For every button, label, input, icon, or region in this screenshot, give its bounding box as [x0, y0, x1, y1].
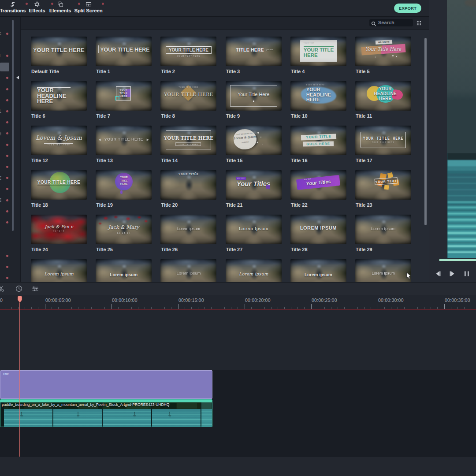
sidebar-category-item[interactable]	[0, 218, 20, 227]
ruler-time-label: 00:00:20:00	[245, 298, 271, 303]
playback-controls	[429, 266, 476, 282]
template-thumbnail-title-9[interactable]: Your Title Here	[226, 81, 282, 111]
tab-label: Transitions	[0, 8, 26, 13]
grid-scrollbar[interactable]	[424, 38, 427, 225]
template-thumbnail-default-title[interactable]: YOUR TITLE HERE	[31, 37, 87, 66]
template-thumbnail-title-11[interactable]: YOUR HEADLINE HERE	[355, 81, 411, 111]
timeline-ruler[interactable]: 0 00:00:05:0000:00:10:0000:00:15:0000:00…	[0, 295, 476, 310]
sidebar-category-item[interactable]: O	[0, 29, 20, 39]
template-thumbnail-title-17[interactable]: YOUR TITLE HEREYOUR TEXT HERE	[355, 126, 411, 155]
template-thumbnail-title-21[interactable]: your nameYour Titles	[226, 170, 282, 200]
sidebar-category-item[interactable]	[0, 273, 20, 282]
collapse-panel-arrow[interactable]	[16, 76, 19, 79]
sidebar-category-item[interactable]	[0, 240, 20, 250]
template-cell: Lorem IpsumTitle 27	[226, 215, 282, 244]
template-thumbnail-title-14[interactable]: YOUR TITLE HEREYOUR TEXT HERE	[160, 126, 216, 155]
template-thumbnail-title-15[interactable]: THE WEDDING OFLorem & Ipsum2018.07.07	[226, 126, 282, 155]
sidebar-category-item[interactable]	[0, 229, 20, 239]
preview-progress-bar[interactable]	[439, 259, 476, 261]
sidebar-category-item[interactable]	[0, 63, 20, 72]
ruler-time-label: 00:00:35:00	[445, 298, 470, 303]
template-thumbnail-title-22[interactable]: Your TextYour Titles	[290, 170, 346, 200]
template-thumbnail-title-18[interactable]: YOUR TITLE HERE	[31, 170, 87, 200]
playhead-handle[interactable]	[17, 296, 22, 303]
preview-video[interactable]	[447, 0, 476, 258]
sidebar-category-item[interactable]	[0, 185, 20, 194]
tab-split-screen[interactable]: Split Screen	[74, 0, 103, 17]
template-cell: Lorem IpsumTitle 29	[355, 215, 411, 244]
template-thumbnail-title-1[interactable]: YOUR TITLE HERE	[96, 37, 152, 66]
template-name-label: Title 21	[226, 202, 243, 208]
template-thumbnail-title-16[interactable]: YOUR TITLEGOES HERE	[290, 126, 346, 155]
new-badge-dot	[6, 77, 8, 79]
template-thumbnail-title-25[interactable]: Jack & Mary12.13.17	[96, 215, 152, 244]
play-button[interactable]	[448, 269, 457, 278]
playhead-line[interactable]	[19, 296, 20, 457]
template-thumbnail-title-8[interactable]: YOUR TEXT HEREYOUR TITLE HERE	[160, 81, 216, 111]
clock-icon[interactable]	[15, 285, 23, 293]
template-cell: YOUR TITLETitle 20	[160, 170, 216, 200]
thumbnail-vignette	[96, 37, 152, 66]
tab-elements[interactable]: Elements	[49, 0, 71, 17]
template-thumbnail-title-2[interactable]: YOUR TITLE HEREYOUR TEXT HERE	[160, 37, 216, 66]
export-button[interactable]: EXPORT	[394, 4, 421, 13]
new-badge-dot	[6, 199, 8, 201]
sidebar-category-item[interactable]: L	[0, 107, 20, 116]
sidebar-scrollbar[interactable]	[12, 20, 14, 231]
sidebar-category-item[interactable]: C	[0, 174, 20, 183]
sidebar-category-item[interactable]: I	[0, 51, 20, 61]
template-thumbnail-title-26[interactable]: Lorem ipsum	[160, 215, 216, 244]
template-thumbnail-title-13[interactable]: YOUR TITLE HERE◀▶	[96, 126, 152, 155]
template-thumbnail-title-30[interactable]: Lorem ipsum	[31, 259, 87, 282]
new-badge-dot	[26, 3, 28, 5]
template-thumbnail-title-7[interactable]: YOUR TITLE HERE	[96, 81, 152, 111]
new-badge-dot	[6, 121, 8, 123]
sidebar-category-item[interactable]	[0, 85, 20, 94]
template-thumbnail-title-5[interactable]: MR. STEVIEYour Title Here	[355, 37, 411, 66]
template-thumbnail-title-23[interactable]: YOUR TEXT	[355, 170, 411, 200]
template-thumbnail-title-10[interactable]: SOME TEXT HEREYOUR HEADLINE HERE	[290, 81, 346, 111]
template-name-label: Title 13	[96, 158, 113, 163]
title-clip[interactable]: Title	[0, 370, 212, 399]
sidebar-category-item[interactable]	[0, 262, 20, 272]
template-thumbnail-title-33[interactable]: Lorem ipsum	[226, 259, 282, 282]
new-badge-dot	[6, 255, 8, 257]
sidebar-category-item[interactable]	[0, 251, 20, 261]
template-thumbnail-title-32[interactable]: Lorem ipsum	[160, 259, 216, 282]
template-thumbnail-title-31[interactable]: Lorem ipsum	[96, 259, 152, 282]
tab-effects[interactable]: Effects	[28, 0, 46, 17]
template-thumbnail-title-35[interactable]: Lorem Ipsum	[355, 259, 411, 282]
template-cell: YOUR TITLE HEREYOUR TEXT HERETitle 14	[160, 126, 216, 155]
template-thumbnail-title-34[interactable]: Lorem ipsum	[290, 259, 346, 282]
sidebar-category-item[interactable]: S	[0, 196, 20, 205]
template-thumbnail-title-19[interactable]: YOUR TITLE HERE	[96, 170, 152, 200]
tab-transitions[interactable]: Transitions	[0, 0, 26, 17]
template-thumbnail-title-24[interactable]: Jack & Fan v12.13.17	[31, 215, 87, 244]
new-badge-dot	[6, 166, 8, 168]
template-cell: YOUR TITLE HEREYOUR TEXT HERETitle 17	[355, 126, 411, 155]
template-thumbnail-title-4[interactable]: YOUR TEXTYOUR TITLE HERE	[290, 37, 346, 66]
sidebar-category-item[interactable]	[0, 118, 20, 128]
sidebar-category-item[interactable]	[0, 140, 20, 150]
sidebar-category-item[interactable]	[0, 207, 20, 216]
template-thumbnail-title-20[interactable]: YOUR TITLE	[160, 170, 216, 200]
sidebar-category-item[interactable]: E	[0, 129, 20, 139]
sidebar-category-item[interactable]	[0, 162, 20, 172]
template-thumbnail-title-12[interactable]: Lovem & JpsumYOUR TEXT HERE	[31, 126, 87, 155]
template-thumbnail-title-28[interactable]: LOREM IPSUM	[290, 215, 346, 244]
video-clip[interactable]: paddle_boarding_on_a_lake_by_a_mountain_…	[0, 399, 212, 427]
sidebar-category-item[interactable]	[0, 151, 20, 161]
search-input[interactable]: Search	[369, 19, 413, 26]
template-thumbnail-title-3[interactable]: TITLE HEREyour text	[226, 37, 282, 66]
sidebar-category-item[interactable]	[0, 40, 20, 50]
pause-button[interactable]	[462, 269, 471, 278]
scissors-icon[interactable]	[0, 285, 5, 293]
template-thumbnail-title-27[interactable]: Lorem Ipsum	[226, 215, 282, 244]
sidebar-category-item[interactable]	[0, 96, 20, 105]
grid-view-icon[interactable]	[416, 21, 421, 26]
track-settings-icon[interactable]	[31, 285, 39, 293]
titles-panel: Search YOUR TITLE HEREDefault TitleYOUR …	[21, 17, 429, 282]
previous-frame-button[interactable]	[434, 269, 443, 278]
template-thumbnail-title-29[interactable]: Lorem Ipsum	[355, 215, 411, 244]
template-thumbnail-title-6[interactable]: YOUR HEADLINE HERE	[31, 81, 87, 111]
